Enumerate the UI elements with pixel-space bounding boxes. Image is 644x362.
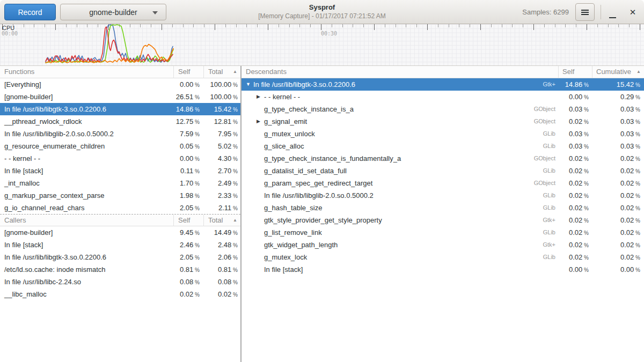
total-percent: 100.00 % xyxy=(200,78,240,91)
menu-button[interactable] xyxy=(575,3,595,21)
expander-spacer xyxy=(257,263,264,276)
function-name: gtk_widget_path_length xyxy=(264,239,507,251)
cumulative-percent: 0.03 % xyxy=(589,103,644,115)
title-block: Sysprof [Memory Capture] - 01/17/2017 07… xyxy=(161,3,483,20)
tree-row[interactable]: gtk_widget_path_lengthGtk+0.02 %0.02 % xyxy=(241,239,644,251)
category-label: GObject xyxy=(507,177,555,189)
function-name: gtk_style_provider_get_style_property xyxy=(264,214,507,226)
self-percent: 26.51 % xyxy=(173,91,200,103)
sysprof-window: Record gnome-builder Sysprof [Memory Cap… xyxy=(0,0,644,362)
expander-spacer xyxy=(257,239,264,251)
cpu-graph[interactable]: CPU 00:00 00:30 xyxy=(0,24,644,66)
tree-row[interactable]: In file [stack]0.00 %0.00 % xyxy=(241,263,644,276)
table-row[interactable]: g_markup_parse_context_parse1.98 %2.33 % xyxy=(0,189,240,202)
tree-row[interactable]: g_datalist_id_set_data_fullGLib0.02 %0.0… xyxy=(241,165,644,177)
table-row[interactable]: In file [stack]2.46 %2.48 % xyxy=(0,239,240,251)
expander-spacer xyxy=(257,140,264,152)
function-name: In file /usr/lib/libgtk-3.so.0.2200.6 xyxy=(0,103,173,115)
tree-row[interactable]: g_type_check_instance_is_aGObject0.03 %0… xyxy=(241,103,644,115)
chevron-down-icon xyxy=(152,11,158,14)
function-name: __libc_malloc xyxy=(0,288,173,300)
total-percent: 100.00 % xyxy=(200,91,240,103)
function-name: /etc/ld.so.cache: inode mismatch xyxy=(0,263,173,276)
tree-row[interactable]: gtk_style_provider_get_style_propertyGtk… xyxy=(241,214,644,226)
expander-icon[interactable]: ▼ xyxy=(246,78,253,91)
total-column-header[interactable]: Total ▲ xyxy=(203,215,240,226)
table-row[interactable]: In file /usr/lib/libgtk-3.so.0.2200.614.… xyxy=(0,103,240,115)
self-percent: 7.59 % xyxy=(173,128,200,140)
table-row[interactable]: [Everything]0.00 %100.00 % xyxy=(0,78,240,91)
expander-spacer xyxy=(257,152,264,165)
tree-row[interactable]: g_hash_table_sizeGLib0.02 %0.02 % xyxy=(241,202,644,214)
function-name: In file [stack] xyxy=(0,239,173,251)
tree-row[interactable]: g_type_check_instance_is_fundamentally_a… xyxy=(241,152,644,165)
self-column-header[interactable]: Self xyxy=(558,66,592,78)
tree-row[interactable]: g_mutex_unlockGLib0.03 %0.03 % xyxy=(241,128,644,140)
process-selector-dropdown[interactable]: gnome-builder xyxy=(60,4,166,20)
cumulative-percent: 0.03 % xyxy=(589,140,644,152)
table-row[interactable]: In file /usr/lib/libc-2.24.so0.08 %0.08 … xyxy=(0,276,240,288)
tree-row[interactable]: ▶- - kernel - -0.00 %0.29 % xyxy=(241,91,644,103)
function-name: [gnome-builder] xyxy=(0,226,173,239)
tree-row[interactable]: g_param_spec_get_redirect_targetGObject0… xyxy=(241,177,644,189)
total-percent: 2.49 % xyxy=(200,177,240,189)
total-column-header[interactable]: Total ▲ xyxy=(203,66,240,78)
table-row[interactable]: _int_malloc1.70 %2.49 % xyxy=(0,177,240,189)
self-percent: 0.00 % xyxy=(173,78,200,91)
close-button[interactable]: ✕ xyxy=(624,3,642,21)
expander-icon[interactable]: ▶ xyxy=(257,91,264,103)
close-icon: ✕ xyxy=(630,8,636,17)
function-name: g_hash_table_size xyxy=(264,202,507,214)
window-title: Sysprof xyxy=(161,3,483,11)
total-percent: 15.42 % xyxy=(200,103,240,115)
self-percent: 0.02 % xyxy=(555,239,589,251)
tree-row[interactable]: g_mutex_lockGLib0.02 %0.02 % xyxy=(241,251,644,263)
cumulative-column-header[interactable]: Cumulative ▲ xyxy=(592,66,644,78)
cumulative-column-label: Cumulative xyxy=(596,66,631,78)
record-button[interactable]: Record xyxy=(4,4,56,20)
table-row[interactable]: /etc/ld.so.cache: inode mismatch0.81 %0.… xyxy=(0,263,240,276)
table-row[interactable]: In file /usr/lib/libglib-2.0.so.0.5000.2… xyxy=(0,128,240,140)
tree-row[interactable]: g_list_remove_linkGLib0.02 %0.02 % xyxy=(241,226,644,239)
minimize-button[interactable] xyxy=(603,3,621,21)
cumulative-percent: 0.29 % xyxy=(589,91,644,103)
category-label: GObject xyxy=(507,115,555,128)
self-percent: 0.02 % xyxy=(555,177,589,189)
table-row[interactable]: [gnome-builder]9.45 %14.49 % xyxy=(0,226,240,239)
function-name: g_resource_enumerate_children xyxy=(0,140,173,152)
expander-spacer xyxy=(257,189,264,202)
total-column-label: Total xyxy=(208,66,223,78)
table-row[interactable]: [gnome-builder]26.51 %100.00 % xyxy=(0,91,240,103)
cumulative-percent: 0.02 % xyxy=(589,152,644,165)
self-percent: 2.05 % xyxy=(173,202,200,214)
self-percent: 14.86 % xyxy=(555,78,589,91)
table-row[interactable]: In file /usr/lib/libgtk-3.so.0.2200.62.0… xyxy=(0,251,240,263)
cumulative-percent: 15.42 % xyxy=(589,78,644,91)
function-name: g_mutex_unlock xyxy=(264,128,507,140)
cumulative-percent: 0.02 % xyxy=(589,239,644,251)
self-percent: 12.75 % xyxy=(173,115,200,128)
self-column-header[interactable]: Self xyxy=(173,215,203,226)
table-row[interactable]: - - kernel - -0.00 %4.30 % xyxy=(0,152,240,165)
expander-spacer xyxy=(257,226,264,239)
expander-icon[interactable]: ▶ xyxy=(257,115,264,128)
function-name: g_param_spec_get_redirect_target xyxy=(264,177,507,189)
table-row[interactable]: g_resource_enumerate_children0.05 %5.02 … xyxy=(0,140,240,152)
functions-column-header[interactable]: Functions xyxy=(0,66,173,78)
table-row[interactable]: g_io_channel_read_chars2.05 %2.11 % xyxy=(0,202,240,214)
descendants-column-header[interactable]: Descendants xyxy=(241,66,558,78)
tree-row[interactable]: ▶g_signal_emitGObject0.02 %0.03 % xyxy=(241,115,644,128)
tree-row[interactable]: g_slice_allocGLib0.03 %0.03 % xyxy=(241,140,644,152)
process-selector-label: gnome-builder xyxy=(89,8,137,17)
tree-row[interactable]: ▼In file /usr/lib/libgtk-3.so.0.2200.6Gt… xyxy=(241,78,644,91)
table-row[interactable]: In file [stack]0.11 %2.70 % xyxy=(0,165,240,177)
table-row[interactable]: __libc_malloc0.02 %0.02 % xyxy=(0,288,240,300)
function-name: In file [stack] xyxy=(264,263,507,276)
self-percent: 0.08 % xyxy=(173,276,200,288)
tree-row[interactable]: In file /usr/lib/libglib-2.0.so.0.5000.2… xyxy=(241,189,644,202)
function-name: In file /usr/lib/libglib-2.0.so.0.5000.2 xyxy=(0,128,173,140)
table-row[interactable]: __pthread_rwlock_rdlock12.75 %12.81 % xyxy=(0,115,240,128)
self-column-header[interactable]: Self xyxy=(173,66,203,78)
menu-icon xyxy=(581,10,589,15)
callers-column-header[interactable]: Callers xyxy=(0,215,173,226)
